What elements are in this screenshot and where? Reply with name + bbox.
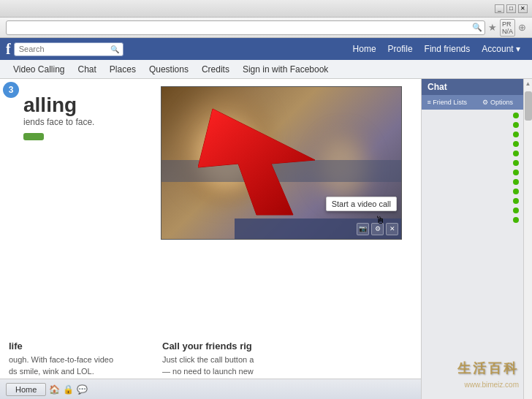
footer-icon-1[interactable]: 🏠 <box>49 384 60 395</box>
chat-sidebar: Chat ≡ Friend Lists ⚙ Options <box>421 79 523 399</box>
addon-icon[interactable]: ⊕ <box>518 22 526 33</box>
scrollbar-thumb[interactable] <box>525 91 532 121</box>
scrollbar-up-arrow[interactable]: ▲ <box>525 80 531 87</box>
page-footer: Home 🏠 🔒 💬 <box>0 379 421 399</box>
video-preview: Start a video call 📷 ⚙ ✕ 🖱 <box>161 86 402 240</box>
online-dot-9 <box>513 189 519 194</box>
subnav-questions[interactable]: Questions <box>143 64 194 75</box>
video-close-icon[interactable]: ✕ <box>386 223 398 235</box>
get-started-btn[interactable] <box>23 133 44 140</box>
fb-sub-nav: Video Calling Chat Places Questions Cred… <box>0 60 532 79</box>
nav-account[interactable]: Account ▾ <box>476 44 526 54</box>
start-video-call-tooltip: Start a video call <box>326 197 397 211</box>
chat-list <box>422 110 523 399</box>
online-dot-1 <box>513 113 519 118</box>
online-dot-7 <box>513 170 519 175</box>
nav-home[interactable]: Home <box>347 44 382 54</box>
address-bar[interactable] <box>6 20 485 35</box>
chat-tabs: ≡ Friend Lists ⚙ Options <box>422 95 523 110</box>
section-call: Call your friends rig Just click the cal… <box>153 341 307 377</box>
chat-tab-friends[interactable]: ≡ Friend Lists <box>422 95 473 110</box>
section-life-text1: ough. With face-to-face video <box>9 354 145 365</box>
online-dot-10 <box>513 198 519 204</box>
lower-sections: life ough. With face-to-face video ds sm… <box>0 341 307 377</box>
section-call-text2: — no need to launch new <box>162 366 298 377</box>
nav-profile[interactable]: Profile <box>382 44 419 54</box>
section-call-title: Call your friends rig <box>162 341 298 352</box>
section-life-title: life <box>9 341 145 352</box>
online-dot-11 <box>513 208 519 213</box>
section-call-text1: Just click the call button a <box>162 354 298 365</box>
scrollbar-track: ▲ <box>523 79 532 399</box>
online-dot-4 <box>513 141 519 147</box>
main-content: 3 alling iends face to face. <box>0 79 421 399</box>
browser-chrome: _ □ ✕ <box>0 0 532 18</box>
fb-logo: f <box>6 41 11 58</box>
online-dot-3 <box>513 132 519 137</box>
red-arrow <box>198 87 359 233</box>
footer-icon-2[interactable]: 🔒 <box>63 384 74 395</box>
minimize-btn[interactable]: _ <box>495 4 504 13</box>
watermark-url: www.bimeiz.com <box>465 381 519 389</box>
maximize-btn[interactable]: □ <box>506 4 516 13</box>
video-cam-icon[interactable]: 📷 <box>357 223 369 235</box>
chat-tab-options[interactable]: ⚙ Options <box>473 95 524 110</box>
subnav-places[interactable]: Places <box>104 64 142 75</box>
address-bar-wrap: 🔍 <box>6 20 485 35</box>
cursor: 🖱 <box>375 214 385 226</box>
browser-toolbar: 🔍 ★ PRN/A ⊕ <box>0 18 532 38</box>
online-dot-6 <box>513 160 519 166</box>
fb-search-input[interactable] <box>14 42 123 56</box>
star-icon[interactable]: ★ <box>488 22 497 33</box>
nav-right: Home Profile Find friends Account ▾ <box>347 44 526 54</box>
main-layout: 3 alling iends face to face. <box>0 79 532 399</box>
footer-icon-3[interactable]: 💬 <box>77 384 88 395</box>
nav-find-friends[interactable]: Find friends <box>419 44 476 54</box>
watermark-chinese: 生活百科 <box>457 360 519 377</box>
subnav-video-calling[interactable]: Video Calling <box>7 64 71 75</box>
section-life: life ough. With face-to-face video ds sm… <box>0 341 153 377</box>
online-dot-5 <box>513 151 519 156</box>
subnav-signin[interactable]: Sign in with Facebook <box>237 64 334 75</box>
step-indicator: 3 <box>3 82 19 98</box>
online-dot-8 <box>513 179 519 185</box>
chat-header: Chat <box>422 79 523 95</box>
section-life-text2: ds smile, wink and LOL. <box>9 366 145 377</box>
subnav-chat[interactable]: Chat <box>72 64 102 75</box>
subnav-credits[interactable]: Credits <box>196 64 235 75</box>
online-dot-12 <box>513 217 519 223</box>
search-submit-icon[interactable]: 🔍 <box>110 45 119 53</box>
search-icon: 🔍 <box>472 23 482 32</box>
close-btn[interactable]: ✕ <box>518 4 528 13</box>
pr-badge: PRN/A <box>500 19 515 37</box>
home-button[interactable]: Home <box>6 383 46 396</box>
online-dot-2 <box>513 122 519 128</box>
fb-nav: f 🔍 Home Profile Find friends Account ▾ <box>0 38 532 60</box>
